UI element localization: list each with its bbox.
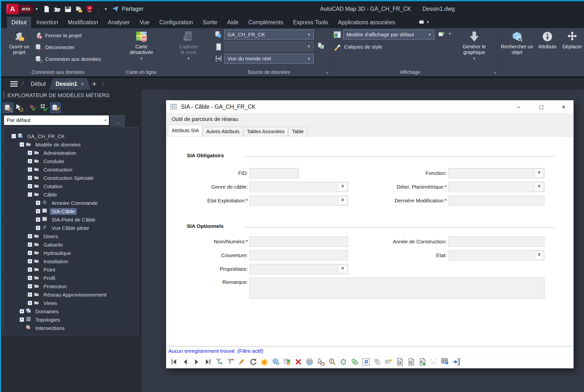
feature-class-combo[interactable]: ▼ [224,42,314,51]
déter-planimétrique-combo[interactable] [448,182,544,192]
fid-input[interactable] [249,168,299,178]
network-trace-tool-label[interactable]: Outil de parcours de réseau [172,116,238,122]
remarque-input[interactable] [249,278,544,299]
dropdown-button[interactable] [338,182,347,191]
ribbon-display-toggle[interactable]: ▼ [418,19,430,25]
tree-item-topologies[interactable]: +Topologies [4,316,138,324]
close-button[interactable]: × [558,102,569,112]
nav-last-button[interactable] [203,357,213,366]
datasource-search-button[interactable] [3,102,13,113]
dialog-titlebar[interactable]: SIA - Câble - GA_CH_FR_CK [166,100,573,113]
propriétaire-combo[interactable] [249,264,348,274]
select-region-button[interactable] [361,357,371,366]
preview-button[interactable] [406,357,416,366]
expand-toggle[interactable]: + [36,226,40,230]
ribbon-tab-analyser[interactable]: Analyser [103,17,134,28]
report-button[interactable] [395,357,405,366]
dialog-tab-tables-associ-es[interactable]: Tables Associées [244,127,288,136]
add-style-caret[interactable]: ▼ [448,28,451,39]
locate-on-map-button[interactable] [14,102,25,113]
source-panel-expander[interactable]: ↘ [325,70,328,75]
ribbon-tab-insertion[interactable]: Insertion [32,17,63,28]
tree-item-divers[interactable]: +Divers [4,232,138,241]
save-button[interactable] [63,4,73,14]
ribbon-tab-configuration[interactable]: Configuration [155,17,198,28]
export-table-button[interactable] [282,357,292,366]
expand-toggle[interactable]: + [28,176,32,180]
sync-map-button[interactable] [271,357,280,366]
expand-toggle[interactable]: + [20,309,24,314]
tree-item-point[interactable]: +Point [4,266,138,274]
tree-item-protection[interactable]: +Protection [4,282,138,291]
dropdown-button[interactable] [534,169,544,178]
dropdown-button[interactable] [534,182,544,191]
filter-add-button[interactable] [215,357,224,366]
open-project-button[interactable]: Ouvrir un projet [6,29,33,55]
palette-grip-icon[interactable] [3,92,5,98]
ribbon-tab-modification[interactable]: Modification [63,17,103,28]
copy-record-button[interactable] [373,357,382,366]
expand-toggle[interactable]: + [28,259,32,264]
tree-item-conduite[interactable]: +Conduite [4,157,138,166]
style-layers-button[interactable]: Calques de style [334,42,382,52]
expand-toggle[interactable]: + [36,209,40,214]
etat-exploitation-combo[interactable] [249,196,348,206]
inspect-object-button[interactable] [316,357,325,366]
tab-drawing[interactable]: Dessin1 × [49,78,91,90]
show-objects-button[interactable] [350,357,359,366]
tree-item-cotation[interactable]: +Cotation [4,182,138,190]
close-form-button[interactable] [452,357,461,366]
add-document-button[interactable] [418,357,427,366]
tree-item-intersections[interactable]: Intersections [4,324,138,332]
tree-item-profil[interactable]: +Profil [4,274,138,282]
expand-toggle[interactable]: + [20,318,24,322]
expand-toggle[interactable]: + [28,251,32,255]
validate-feature-button[interactable] [28,102,38,113]
ribbon-tab-d-but[interactable]: Début [7,17,31,28]
zoom-to-button[interactable] [327,357,337,366]
add-style-button[interactable] [436,29,447,40]
maximize-button[interactable]: □ [536,102,547,112]
close-project-button[interactable]: Fermer le projet [35,30,82,41]
refresh-button[interactable] [248,357,258,366]
expand-toggle[interactable]: + [28,184,32,188]
dialog-tab-attributs-sia[interactable]: Attributs SIA [168,125,202,136]
expand-toggle[interactable]: + [28,284,32,288]
expand-toggle[interactable]: + [36,217,40,222]
validate-topology-button[interactable] [39,102,49,113]
nom-numéro-input[interactable] [249,236,348,247]
expand-toggle[interactable]: + [36,201,40,205]
couverture-input[interactable] [249,250,348,260]
tree-item-ga-ch-fr-ck[interactable]: −GA_CH_FR_CK [4,132,138,140]
tree-item-mod-le-de-donn-es[interactable]: −Modèle de données [4,140,138,149]
model-filter-combo[interactable]: Par défaut ▾ [4,115,109,125]
filter-remove-button[interactable] [226,357,235,366]
print-button[interactable] [305,357,314,366]
tree-item-c-ble[interactable]: −Câble [4,190,138,199]
nav-first-button[interactable] [169,357,179,366]
tree-item-gabarits[interactable]: +Gabarits [4,241,138,249]
more-options-button[interactable]: ... [111,115,125,126]
collapse-toggle[interactable]: − [20,142,24,147]
datasource-edit-button[interactable] [50,102,61,113]
ribbon-tab-vue[interactable]: Vue [135,17,154,28]
attributes-button[interactable]: Attributs [536,29,559,50]
new-note-button[interactable] [384,357,393,366]
dernière-modification-input[interactable] [448,196,544,206]
add-feature-class-button[interactable] [316,40,326,51]
tab-close-icon[interactable]: × [81,80,84,87]
link-objects-disabled-button[interactable] [429,357,438,366]
palette-side-grip[interactable] [2,115,4,336]
move-button[interactable]: Déplacer [561,29,584,50]
tree-item-sia-point-de-c-ble[interactable]: +SIA-Point de Câble [4,216,138,224]
capture-zone-button[interactable]: Capturer la zone ▼ [177,29,200,61]
ribbon-tab-express-tools[interactable]: Express Tools [288,17,333,28]
tree-item-r-seau-approvisionnement[interactable]: +Réseau Approvisionnement [4,291,138,299]
etat-combo[interactable] [448,250,544,260]
tree-item-construction[interactable]: +Construction [4,166,138,174]
autocad-iad-button[interactable]: AIAD [85,4,94,14]
tree-item-construction-sp-ciale[interactable]: +Construction Spéciale [4,174,138,182]
disconnect-button[interactable]: Déconnecter [35,42,74,53]
expand-toggle[interactable]: + [28,268,32,272]
expand-toggle[interactable]: + [28,159,32,163]
